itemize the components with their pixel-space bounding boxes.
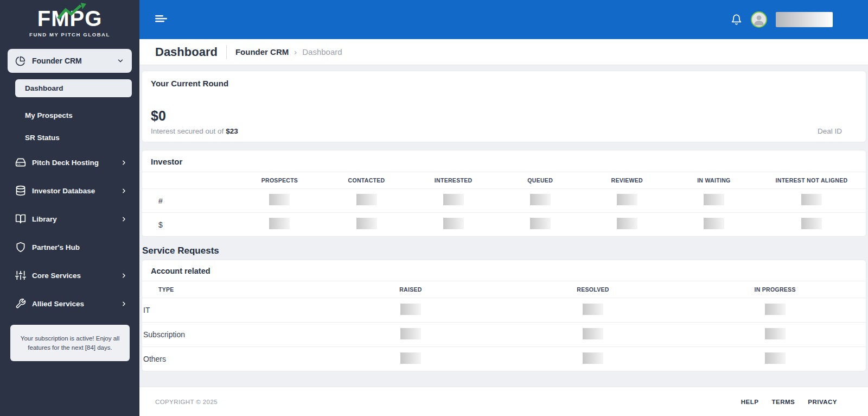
main-area: Dashboard Founder CRM › Dashboard Your C… (139, 0, 868, 416)
sidebar-item-pitch-deck-hosting[interactable]: Pitch Deck Hosting (0, 148, 139, 177)
subtitle-target-value: $23 (226, 127, 238, 135)
loading-placeholder (583, 328, 603, 339)
table-row: # (142, 189, 866, 213)
column-header-raised: RAISED (320, 281, 502, 298)
page-title: Dashboard (155, 45, 218, 59)
sidebar-item-label: Investor Database (32, 187, 95, 195)
sidebar-item-label: Partner's Hub (32, 243, 80, 251)
brand-logo: FMPG FUND MY PITCH GLOBAL (0, 0, 139, 37)
current-round-card: Your Current Round $0 Interest secured o… (142, 71, 866, 142)
page-title-bar: Dashboard Founder CRM › Dashboard (139, 39, 868, 65)
footer-links: HELP TERMS PRIVACY (741, 399, 837, 405)
loading-placeholder (530, 218, 551, 229)
loading-placeholder (617, 194, 637, 205)
loading-placeholder (801, 218, 822, 229)
row-label-count: # (142, 189, 236, 213)
sidebar-item-investor-database[interactable]: Investor Database (0, 177, 139, 205)
chevron-right-icon (120, 216, 127, 223)
column-header-prospects: PROSPECTS (236, 172, 323, 189)
column-header-empty (142, 172, 236, 189)
loading-placeholder (801, 194, 822, 205)
footer: COPYRIGHT © 2025 HELP TERMS PRIVACY (139, 387, 868, 416)
terms-link[interactable]: TERMS (771, 399, 795, 405)
chevron-right-icon (120, 187, 127, 194)
sidebar-item-partners-hub[interactable]: Partner's Hub (0, 233, 139, 261)
row-label-amount: $ (142, 213, 236, 237)
column-header-interest-not-aligned: INTEREST NOT ALIGNED (757, 172, 866, 189)
menu-icon[interactable] (155, 13, 169, 26)
sidebar: FMPG FUND MY PITCH GLOBAL Founder CRM (0, 0, 139, 416)
loading-placeholder (269, 194, 290, 205)
investor-header-row: PROSPECTS CONTACTED INTERESTED QUEUED RE… (142, 172, 866, 189)
chevron-right-icon (120, 300, 127, 307)
sidebar-item-label: Pitch Deck Hosting (32, 159, 99, 167)
loading-placeholder (443, 194, 464, 205)
chevron-right-icon (120, 272, 127, 279)
sidebar-nav-group: Pitch Deck Hosting Investor Database (0, 148, 139, 318)
sidebar-item-dashboard[interactable]: Dashboard (15, 79, 132, 97)
sidebar-item-core-services[interactable]: Core Services (0, 261, 139, 289)
sidebar-item-my-prospects[interactable]: My Prospects (0, 111, 139, 119)
privacy-link[interactable]: PRIVACY (808, 399, 837, 405)
service-requests-table: TYPE RAISED RESOLVED IN PROGRESS IT (142, 281, 866, 371)
loading-placeholder (704, 194, 724, 205)
investor-card: Investor PROSPECTS CONTACTED INTERESTED … (142, 150, 866, 237)
investor-card-title: Investor (142, 157, 866, 172)
sidebar-item-sr-status[interactable]: SR Status (0, 134, 139, 142)
user-name-placeholder[interactable] (776, 12, 833, 27)
help-link[interactable]: HELP (741, 399, 759, 405)
sidebar-item-label: My Prospects (25, 111, 73, 119)
loading-placeholder (583, 304, 603, 315)
table-row: Others (142, 347, 866, 371)
growth-arrow-icon (56, 2, 86, 21)
loading-placeholder (765, 328, 786, 339)
breadcrumb-parent[interactable]: Founder CRM (235, 47, 289, 56)
bell-icon[interactable] (731, 14, 742, 26)
service-requests-heading: Service Requests (142, 245, 866, 256)
wrench-icon (15, 298, 26, 309)
loading-placeholder (583, 352, 603, 364)
investor-table: PROSPECTS CONTACTED INTERESTED QUEUED RE… (142, 172, 866, 236)
column-header-queued: QUEUED (497, 172, 584, 189)
sidebar-item-allied-services[interactable]: Allied Services (0, 289, 139, 318)
brand-tagline: FUND MY PITCH GLOBAL (0, 31, 139, 37)
loading-placeholder (704, 218, 724, 229)
row-label-it: IT (142, 298, 320, 323)
sidebar-item-label: Library (32, 215, 57, 223)
loading-placeholder (765, 304, 786, 315)
service-requests-card-title: Account related (142, 267, 866, 281)
row-label-subscription: Subscription (142, 323, 320, 347)
copyright-text: COPYRIGHT © 2025 (155, 399, 218, 405)
breadcrumb-current: Dashboard (302, 47, 342, 56)
database-icon (15, 185, 26, 196)
loading-placeholder (356, 194, 377, 205)
breadcrumb-separator-icon: › (294, 47, 297, 56)
column-header-type: TYPE (142, 281, 320, 298)
crm-selector-dropdown[interactable]: Founder CRM (8, 49, 132, 73)
loading-placeholder (765, 352, 786, 364)
topbar (139, 0, 868, 39)
column-header-resolved: RESOLVED (502, 281, 684, 298)
table-row: Subscription (142, 323, 866, 347)
subtitle-prefix: Interest secured out of (151, 127, 224, 135)
title-divider (226, 45, 227, 59)
column-header-in-progress: IN PROGRESS (684, 281, 866, 298)
sidebar-item-library[interactable]: Library (0, 205, 139, 233)
column-header-in-waiting: IN WAITING (671, 172, 757, 189)
row-label-others: Others (142, 347, 320, 371)
topbar-actions (731, 11, 833, 28)
deal-id-label[interactable]: Deal ID (818, 127, 842, 135)
current-round-amount: $0 (151, 108, 238, 124)
book-open-icon (15, 213, 26, 224)
shield-icon (15, 242, 26, 253)
sidebar-item-label: Allied Services (32, 300, 84, 308)
user-avatar[interactable] (751, 11, 767, 28)
current-round-title: Your Current Round (151, 79, 857, 88)
hard-drive-icon (15, 157, 26, 168)
loading-placeholder (269, 218, 290, 229)
sidebar-item-label: Core Services (32, 272, 81, 280)
app-window: FMPG FUND MY PITCH GLOBAL Founder CRM (0, 0, 868, 416)
column-header-reviewed: REVIEWED (584, 172, 671, 189)
table-row: $ (142, 213, 866, 237)
current-round-subtitle: Interest secured out of$23 (151, 127, 238, 135)
